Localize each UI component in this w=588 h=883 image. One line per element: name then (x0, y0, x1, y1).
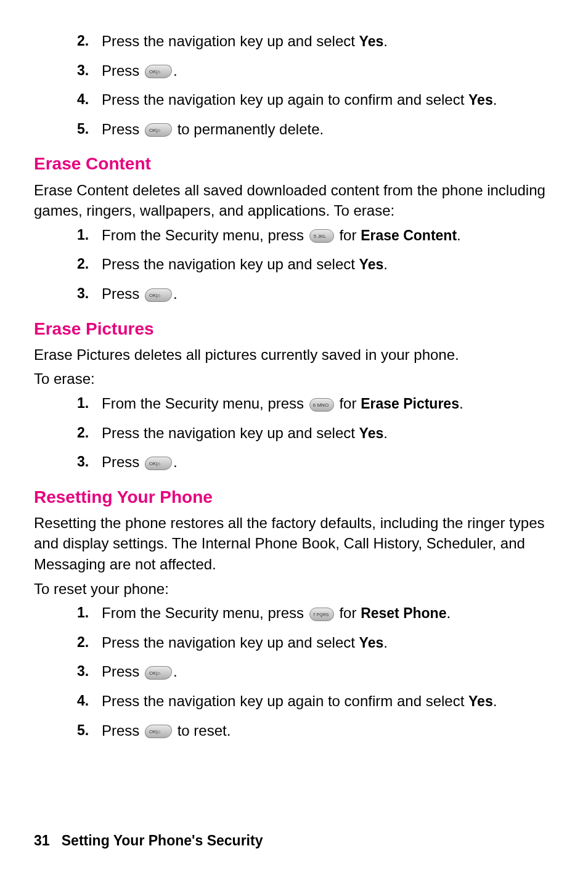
intro-erase-content: Erase Content deletes all saved download… (34, 180, 554, 221)
key-5-icon (309, 229, 334, 243)
step-text: From the Security menu, press (102, 604, 308, 621)
step-1: 1. From the Security menu, press for Res… (77, 603, 554, 624)
step-5: 5. Press to reset. (77, 720, 554, 741)
step-text: Press the navigation key up and select (102, 634, 359, 651)
step-text: Press the navigation key up and select (102, 425, 359, 441)
step-text: Press (102, 285, 144, 302)
resetting-steps: 1. From the Security menu, press for Res… (34, 603, 554, 741)
heading-resetting: Resetting Your Phone (34, 485, 554, 509)
step-2: 2. Press the navigation key up and selec… (77, 632, 554, 653)
erase-pictures-steps: 1. From the Security menu, press for Era… (34, 393, 554, 473)
step-number: 1. (77, 603, 89, 622)
step-3: 3. Press . (77, 283, 554, 304)
step-number: 4. (77, 691, 89, 710)
step-text: Press the navigation key up and select (102, 256, 359, 272)
step-text-end: . (383, 425, 388, 441)
step-bold: Yes (359, 33, 384, 49)
step-text: Press (102, 663, 144, 680)
ok-key-icon (144, 725, 173, 738)
step-1: 1. From the Security menu, press for Era… (77, 225, 554, 246)
step-bold: Erase Content (361, 227, 457, 243)
step-text-end: . (173, 454, 178, 470)
step-4: 4. Press the navigation key up again to … (77, 691, 554, 712)
step-number: 2. (77, 31, 89, 51)
intro-erase-pictures-a: Erase Pictures deletes all pictures curr… (34, 344, 554, 365)
step-text: Press the navigation key up again to con… (102, 91, 468, 108)
page-content: 2. Press the navigation key up and selec… (34, 31, 554, 741)
step-2: 2. Press the navigation key up and selec… (77, 423, 554, 444)
step-1: 1. From the Security menu, press for Era… (77, 393, 554, 414)
step-bold: Yes (468, 693, 493, 709)
footer-title: Setting Your Phone's Security (62, 832, 263, 848)
page-footer: 31 Setting Your Phone's Security (34, 832, 263, 849)
step-text: Press (102, 121, 144, 137)
page-number: 31 (34, 832, 50, 848)
step-3: 3. Press . (77, 452, 554, 473)
step-bold: Yes (468, 92, 493, 108)
step-text-mid: for (335, 227, 361, 243)
heading-erase-content: Erase Content (34, 152, 554, 176)
ok-key-icon (144, 65, 173, 78)
erase-content-steps: 1. From the Security menu, press for Era… (34, 225, 554, 304)
step-2: 2. Press the navigation key up and selec… (77, 31, 554, 52)
step-bold: Yes (359, 425, 384, 441)
step-number: 2. (77, 632, 89, 652)
step-text-end: to reset. (173, 722, 231, 739)
step-text-end: . (383, 33, 388, 49)
key-7-icon (309, 608, 334, 621)
step-text-end: . (446, 604, 451, 621)
intro-resetting-b: To reset your phone: (34, 579, 554, 600)
step-text-mid: for (335, 395, 361, 412)
step-5: 5. Press to permanently delete. (77, 119, 554, 140)
step-text-end: . (493, 91, 497, 108)
step-number: 3. (77, 60, 89, 80)
step-number: 2. (77, 423, 89, 442)
step-number: 2. (77, 254, 89, 274)
key-6-icon (309, 398, 334, 412)
intro-resetting-a: Resetting the phone restores all the fac… (34, 513, 554, 575)
step-text-end: . (383, 256, 388, 272)
step-2: 2. Press the navigation key up and selec… (77, 254, 554, 275)
step-text: From the Security menu, press (102, 227, 308, 243)
step-text: Press the navigation key up again to con… (102, 693, 468, 709)
step-text-end: . (173, 285, 178, 302)
step-number: 3. (77, 452, 89, 471)
ok-key-icon (144, 288, 173, 302)
ok-key-icon (144, 666, 173, 680)
step-number: 4. (77, 89, 89, 109)
step-number: 5. (77, 720, 89, 740)
step-4: 4. Press the navigation key up again to … (77, 89, 554, 110)
step-number: 3. (77, 661, 89, 681)
step-text: Press (102, 454, 144, 470)
intro-erase-pictures-b: To erase: (34, 368, 554, 389)
step-text-end: . (493, 693, 497, 709)
step-text: Press (102, 62, 144, 79)
step-text: Press the navigation key up and select (102, 33, 359, 49)
ok-key-icon (144, 123, 173, 137)
step-bold: Erase Pictures (361, 396, 459, 412)
step-3: 3. Press . (77, 661, 554, 682)
step-bold: Reset Phone (361, 605, 446, 621)
step-text-end: . (173, 663, 178, 680)
step-number: 3. (77, 283, 89, 303)
step-text: From the Security menu, press (102, 395, 308, 412)
step-text: Press (102, 722, 144, 739)
step-bold: Yes (359, 635, 384, 651)
step-3: 3. Press . (77, 60, 554, 81)
step-number: 1. (77, 393, 89, 413)
step-text-end: . (459, 395, 463, 412)
top-steps-list: 2. Press the navigation key up and selec… (34, 31, 554, 139)
step-bold: Yes (359, 256, 384, 272)
heading-erase-pictures: Erase Pictures (34, 317, 554, 341)
step-text-end: to permanently delete. (173, 121, 324, 137)
step-number: 1. (77, 225, 89, 245)
step-text-end: . (383, 634, 388, 651)
step-text-end: . (173, 62, 178, 79)
ok-key-icon (144, 457, 173, 470)
step-text-end: . (457, 227, 461, 243)
step-text-mid: for (335, 604, 361, 621)
step-number: 5. (77, 119, 89, 139)
